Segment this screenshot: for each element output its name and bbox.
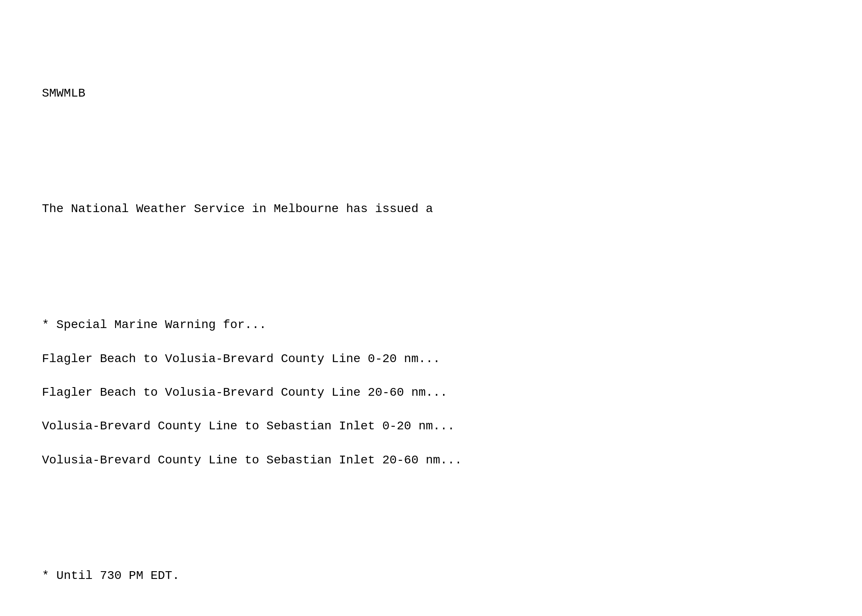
- zones-section: * Special Marine Warning for... Flagler …: [13, 300, 849, 485]
- zone-4: Volusia-Brevard County Line to Sebastian…: [42, 453, 462, 467]
- header-code: SMWMLB: [42, 87, 85, 100]
- until-section: * Until 730 PM EDT.: [13, 550, 849, 601]
- header-code-section: SMWMLB: [13, 68, 849, 119]
- warning-header: * Special Marine Warning for...: [42, 318, 266, 331]
- intro-section: The National Weather Service in Melbourn…: [13, 184, 849, 235]
- until-text: * Until 730 PM EDT.: [42, 569, 179, 582]
- zone-3: Volusia-Brevard County Line to Sebastian…: [42, 419, 455, 433]
- zone-2: Flagler Beach to Volusia-Brevard County …: [42, 386, 447, 399]
- zone-1: Flagler Beach to Volusia-Brevard County …: [42, 352, 440, 366]
- intro-text: The National Weather Service in Melbourn…: [42, 202, 433, 216]
- main-content: SMWMLB The National Weather Service in M…: [13, 17, 849, 616]
